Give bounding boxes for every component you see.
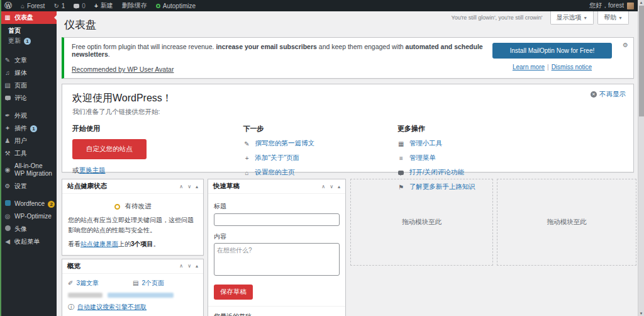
comments-menu[interactable]: 0 — [69, 0, 90, 11]
move-up-icon[interactable]: ∧ — [179, 263, 183, 269]
vertical-scrollbar[interactable]: ▲ ▼ — [638, 0, 644, 316]
pages-count-link[interactable]: 2个页面 — [142, 278, 164, 288]
manage-widgets-link[interactable]: 管理小工具 — [409, 139, 443, 148]
sidebar-separator — [0, 193, 57, 198]
move-up-icon[interactable]: ∧ — [179, 184, 183, 189]
sidebar-item-tools[interactable]: ⚒ 工具 — [0, 147, 57, 160]
sidebar-item-appearance[interactable]: ✒ 外观 — [0, 110, 57, 122]
sidebar-item-collapse-menu[interactable]: ◀ 收起菜单 — [0, 235, 57, 248]
sidebar-item-label: 仪表盘 — [14, 14, 33, 21]
wordpress-version-redacted — [68, 293, 197, 298]
sidebar-item-label: 设置 — [14, 183, 27, 190]
howdy-tagline: You're still glowin', you're still crowi… — [451, 14, 542, 21]
recommended-by-link[interactable]: Recommended by WP User Avatar — [72, 65, 174, 73]
posts-count: ✐ 3篇文章 — [68, 278, 133, 288]
column-heading: 下一步 — [243, 124, 397, 133]
sidebar-item-label: 更新 — [8, 37, 21, 45]
scrollbar-thumb[interactable] — [639, 6, 644, 116]
move-down-icon[interactable]: ∨ — [187, 263, 191, 269]
link-divider: | — [547, 64, 549, 71]
move-down-icon[interactable]: ∨ — [330, 184, 333, 189]
media-icon: ♫ — [4, 69, 11, 77]
collapse-toggle-icon[interactable]: ▴ — [196, 263, 198, 269]
sidebar-item-home[interactable]: 首页 — [0, 26, 57, 36]
flush-cache-label: 删除缓存 — [122, 1, 147, 10]
sidebar-item-label: 文章 — [14, 57, 27, 64]
health-status: 有待改进 — [68, 201, 197, 211]
site-name-menu[interactable]: ⌂ Forest — [16, 0, 49, 11]
install-mailoptin-button[interactable]: Install MailOptin Now for Free! — [492, 43, 612, 59]
autoptimize-menu[interactable]: Autoptimize — [152, 0, 200, 11]
screen-options-button[interactable]: 显示选项 ▼ — [550, 11, 594, 25]
customize-site-button[interactable]: 自定义您的站点 — [72, 139, 147, 159]
search-engine-visibility-link[interactable]: 自动建议搜索引擎不抓取 — [77, 302, 147, 312]
widget-drop-zone[interactable]: 拖动模块至此 — [350, 179, 493, 266]
sidebar-item-media[interactable]: ♫ 媒体 — [0, 67, 57, 79]
dismiss-notice-link[interactable]: Dismiss notice — [552, 64, 592, 71]
site-health-screen-link[interactable]: 站点健康界面 — [80, 240, 118, 247]
posts-count-link[interactable]: 3篇文章 — [76, 278, 99, 288]
draft-content-textarea[interactable] — [214, 243, 340, 276]
sidebar-item-label: 插件 — [14, 125, 27, 132]
sidebar-item-updates[interactable]: 更新 1 — [0, 36, 57, 46]
widget-title: 快速草稿 — [213, 182, 321, 191]
sidebar-item-wordfence[interactable]: Wordfence 2 — [0, 198, 57, 210]
sidebar-item-users[interactable]: ♟ 用户 — [0, 135, 57, 147]
sidebar-item-settings[interactable]: ⚙ 设置 — [0, 180, 57, 193]
content-label: 内容 — [214, 232, 340, 242]
sidebar-item-plugins[interactable]: ✦ 插件 1 — [0, 122, 57, 135]
sidebar-item-wp-optimize[interactable]: ◎ WP-Optimize — [0, 210, 57, 223]
widget-header[interactable]: 快速草稿 ∧ ∨ ▴ — [208, 179, 345, 194]
new-content-menu[interactable]: + 新建 — [90, 0, 118, 11]
flush-cache-menu[interactable]: 删除缓存 — [118, 0, 152, 11]
search-engine-note: ⓘ 自动建议搜索引擎不抓取 — [68, 302, 197, 312]
change-theme-link[interactable]: 更换主题 — [79, 166, 106, 174]
sidebar-item-label: 页面 — [14, 82, 27, 89]
notice-message: Free optin form plugin that will increas… — [72, 43, 492, 73]
scroll-down-icon[interactable]: ▼ — [638, 312, 644, 315]
pages-count: ▤ 2个页面 — [133, 278, 197, 288]
learn-more-link[interactable]: Learn more — [513, 64, 545, 71]
help-button[interactable]: 帮助 ▼ — [597, 11, 629, 25]
welcome-panel: ✕ 不再显示 欢迎使用WordPress！ 我们准备了几个链接供您开始: 开始使… — [62, 84, 634, 172]
updates-count-badge: 1 — [24, 38, 31, 45]
manage-menus-link[interactable]: 管理菜单 — [409, 154, 436, 162]
widget-drop-zone[interactable]: 拖动模块至此 — [497, 179, 636, 266]
collapse-toggle-icon[interactable]: ▴ — [196, 184, 198, 189]
screen-meta: You're still glowin', you're still crowi… — [451, 11, 629, 25]
widget-header[interactable]: 站点健康状态 ∧ ∨ ▴ — [62, 179, 203, 194]
move-up-icon[interactable]: ∧ — [321, 184, 325, 189]
avatar-menu-icon — [4, 225, 11, 233]
drop-zone-label: 拖动模块至此 — [547, 218, 587, 227]
updates-menu[interactable]: ↻ 1 — [49, 0, 69, 11]
list-item: ≡ 管理菜单 — [397, 154, 623, 162]
comments-icon — [4, 94, 11, 102]
setup-homepage-link[interactable]: 设置您的主页 — [255, 168, 295, 177]
widgets-icon: ▦ — [397, 140, 405, 147]
widget-header[interactable]: 概览 ∧ ∨ ▴ — [62, 259, 203, 274]
move-down-icon[interactable]: ∨ — [187, 184, 191, 189]
collapse-toggle-icon[interactable]: ▴ — [338, 184, 340, 189]
account-menu[interactable]: 您好，forest — [589, 1, 638, 10]
sidebar-item-avatar[interactable]: 头像 — [0, 223, 57, 235]
sidebar-item-pages[interactable]: ▤ 页面 — [0, 79, 57, 92]
add-about-page-link[interactable]: 添加"关于"页面 — [255, 154, 299, 162]
toggle-comments-link[interactable]: 打开/关闭评论功能 — [409, 168, 464, 177]
wp-logo-menu[interactable]: Ⓦ — [0, 0, 16, 11]
welcome-dismiss-link[interactable]: ✕ 不再显示 — [591, 90, 626, 99]
scroll-up-icon[interactable]: ▲ — [638, 1, 644, 4]
quick-draft-widget: 快速草稿 ∧ ∨ ▴ 标题 内容 保存草稿 您最近的草稿 — [208, 179, 346, 316]
list-item: 打开/关闭评论功能 — [397, 168, 623, 177]
wordpress-logo-icon: Ⓦ — [4, 1, 12, 11]
sidebar-item-ai1wm-migration[interactable]: ◉ All-in-One WP Migration — [0, 160, 57, 180]
migration-icon: ◉ — [4, 166, 11, 174]
save-draft-button[interactable]: 保存草稿 — [214, 285, 253, 300]
sidebar-item-dashboard[interactable]: ▦ 仪表盘 — [0, 11, 57, 24]
sidebar-item-posts[interactable]: ✎ 文章 — [0, 54, 57, 67]
sidebar-item-comments[interactable]: 评论 — [0, 92, 57, 104]
draft-title-input[interactable] — [214, 213, 340, 226]
alt-prefix: 或 — [72, 166, 79, 174]
write-first-post-link[interactable]: 撰写您的第一篇博文 — [255, 139, 315, 148]
sidebar-item-label: 工具 — [14, 150, 27, 157]
notice-settings-icon[interactable]: ⚙ — [623, 42, 628, 48]
